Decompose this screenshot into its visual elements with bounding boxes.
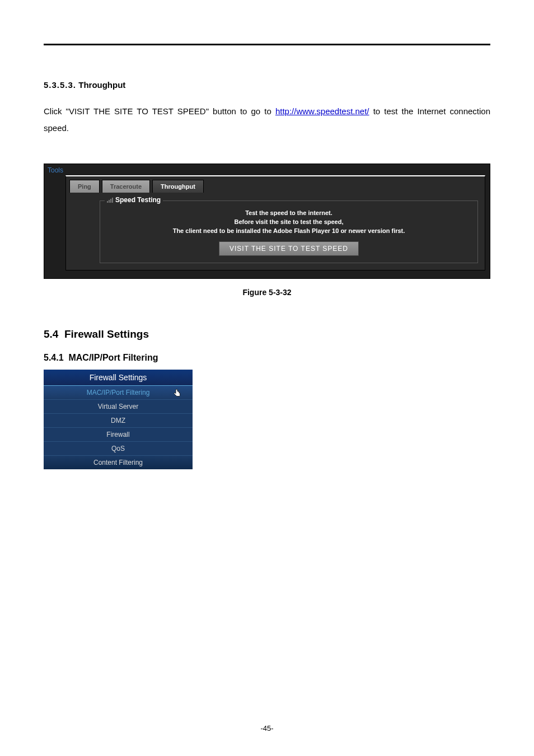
fw-item-label: MAC/IP/Port Filtering bbox=[87, 389, 150, 396]
firewall-menu-item-firewall[interactable]: Firewall bbox=[44, 428, 193, 442]
speed-line-1: Test the speed to the internet. bbox=[106, 209, 472, 218]
heading-54-title: Firewall Settings bbox=[64, 328, 149, 340]
fw-item-label: Virtual Server bbox=[98, 403, 138, 410]
fw-item-label: DMZ bbox=[111, 417, 125, 424]
legend-label: Speed Testing bbox=[115, 196, 161, 204]
fw-item-label: Firewall bbox=[106, 431, 129, 438]
tab-ping[interactable]: Ping bbox=[69, 180, 100, 193]
fw-item-label: Content Filtering bbox=[93, 459, 143, 466]
heading-title: Throughput bbox=[78, 80, 125, 90]
heading-541-number: 5.4.1 bbox=[44, 353, 64, 362]
firewall-menu-header: Firewall Settings bbox=[44, 370, 193, 386]
heading-541-title: MAC/IP/Port Filtering bbox=[68, 353, 158, 362]
heading-mac-ip-port: 5.4.1 MAC/IP/Port Filtering bbox=[44, 353, 490, 363]
speedtest-link[interactable]: http://www.speedtest.net/ bbox=[275, 106, 369, 116]
heading-number: 5.3.5.3. bbox=[44, 80, 76, 90]
firewall-menu-item-virtual-server[interactable]: Virtual Server bbox=[44, 400, 193, 414]
tools-title: Tools bbox=[44, 164, 490, 175]
page-number: -45- bbox=[0, 724, 534, 732]
tab-traceroute[interactable]: Traceroute bbox=[102, 180, 150, 193]
speed-line-2: Before visit the site to test the speed, bbox=[106, 218, 472, 227]
speed-line-3: The client need to be installed the Adob… bbox=[106, 227, 472, 236]
page-top-rule bbox=[44, 44, 490, 45]
speed-testing-legend: Speed Testing bbox=[105, 196, 163, 204]
figure-caption: Figure 5-3-32 bbox=[44, 288, 490, 297]
tools-panel: Tools Ping Traceroute Throughput Speed T… bbox=[44, 164, 490, 279]
tabs-row: Ping Traceroute Throughput bbox=[66, 176, 485, 193]
figure-throughput: Tools Ping Traceroute Throughput Speed T… bbox=[44, 164, 490, 279]
para-pre: Click "VISIT THE SITE TO TEST SPEED" but… bbox=[44, 106, 275, 116]
speed-testing-text: Test the speed to the internet. Before v… bbox=[106, 209, 472, 236]
firewall-menu-item-qos[interactable]: QoS bbox=[44, 442, 193, 456]
heading-firewall-settings: 5.4 Firewall Settings bbox=[44, 328, 490, 340]
heading-54-number: 5.4 bbox=[44, 328, 58, 340]
firewall-menu: Firewall Settings MAC/IP/Port Filtering … bbox=[44, 370, 193, 469]
heading-throughput: 5.3.5.3. Throughput bbox=[44, 80, 490, 90]
throughput-paragraph: Click "VISIT THE SITE TO TEST SPEED" but… bbox=[44, 103, 490, 137]
tab-throughput[interactable]: Throughput bbox=[152, 180, 204, 193]
visit-site-button[interactable]: VISIT THE SITE TO TEST SPEED bbox=[219, 241, 359, 256]
cursor-hand-icon bbox=[172, 388, 182, 398]
speed-testing-fieldset: Speed Testing Test the speed to the inte… bbox=[100, 200, 478, 263]
firewall-menu-item-content-filtering[interactable]: Content Filtering bbox=[44, 456, 193, 469]
fw-item-label: QoS bbox=[111, 445, 125, 452]
firewall-menu-item-mac[interactable]: MAC/IP/Port Filtering bbox=[44, 386, 193, 400]
tools-inner: Ping Traceroute Throughput Speed Testing… bbox=[65, 175, 485, 270]
signal-bars-icon bbox=[107, 198, 113, 203]
firewall-menu-item-dmz[interactable]: DMZ bbox=[44, 414, 193, 428]
